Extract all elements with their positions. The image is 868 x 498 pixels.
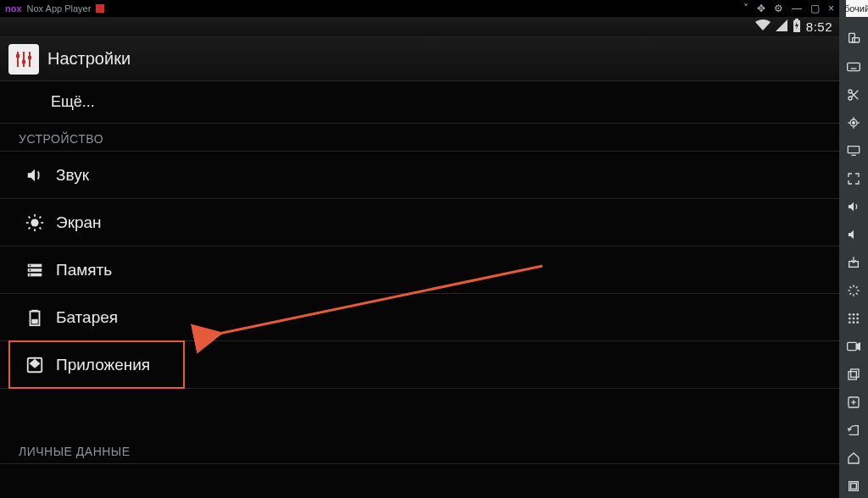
row-more[interactable]: Ещё...	[0, 81, 839, 124]
row-battery[interactable]: Батарея	[0, 294, 839, 341]
gear-icon[interactable]: ⚙	[774, 3, 783, 14]
svg-point-9	[31, 219, 38, 226]
svg-line-53	[856, 293, 858, 295]
svg-rect-31	[848, 63, 860, 70]
nox-window: nox Nox App Player ˅ ✥ ⚙ — ▢ × бочий	[0, 0, 868, 498]
svg-point-59	[849, 318, 851, 320]
svg-rect-6	[16, 54, 19, 58]
svg-point-23	[30, 274, 31, 275]
multi-instance-icon[interactable]	[845, 366, 862, 383]
svg-rect-0	[795, 19, 798, 20]
nox-side-toolbar: •••	[839, 0, 868, 498]
volume-up-icon[interactable]	[845, 198, 862, 215]
svg-rect-66	[849, 372, 856, 379]
minimize-icon[interactable]: —	[792, 3, 802, 14]
loading-icon[interactable]	[845, 282, 862, 299]
svg-rect-8	[28, 56, 31, 59]
location-icon[interactable]	[845, 114, 862, 131]
svg-line-17	[40, 216, 42, 218]
svg-line-16	[29, 227, 31, 229]
video-record-icon[interactable]	[845, 338, 862, 355]
row-display-label: Экран	[56, 213, 102, 232]
titlebar-controls: ˅ ✥ ⚙ — ▢ ×	[743, 3, 834, 14]
svg-rect-7	[22, 60, 25, 64]
back-icon[interactable]	[845, 422, 862, 439]
fullscreen-icon[interactable]	[845, 170, 862, 187]
row-sound-label: Звук	[56, 166, 89, 185]
alert-icon	[96, 4, 104, 13]
svg-point-57	[853, 313, 855, 316]
status-clock: 8:52	[806, 19, 832, 34]
svg-line-14	[29, 216, 31, 218]
svg-rect-30	[853, 38, 860, 42]
titlebar: nox Nox App Player ˅ ✥ ⚙ — ▢ ×	[0, 0, 839, 17]
recent-icon[interactable]	[845, 478, 862, 495]
speaker-icon	[20, 166, 49, 185]
main-pane: nox Nox App Player ˅ ✥ ⚙ — ▢ × бочий	[0, 0, 839, 498]
svg-point-61	[856, 318, 859, 320]
add-icon[interactable]	[845, 394, 862, 411]
row-display[interactable]: Экран	[0, 199, 839, 246]
maximize-icon[interactable]: ▢	[810, 3, 820, 14]
svg-point-21	[30, 264, 31, 266]
grid-icon[interactable]	[845, 310, 862, 327]
battery-icon-row	[20, 308, 49, 327]
row-storage-label: Память	[56, 261, 112, 279]
scissors-icon[interactable]	[845, 86, 862, 103]
svg-rect-65	[848, 342, 857, 350]
settings-header: Настройки	[0, 37, 839, 81]
svg-point-58	[856, 313, 859, 316]
row-sound[interactable]: Звук	[0, 152, 839, 199]
svg-point-40	[853, 122, 855, 125]
battery-icon	[793, 19, 801, 36]
settings-app-icon	[8, 44, 39, 75]
keyboard-icon[interactable]	[845, 58, 862, 75]
svg-point-62	[849, 321, 851, 324]
install-apk-icon[interactable]	[845, 254, 862, 271]
svg-line-55	[856, 286, 858, 288]
wifi-icon	[755, 19, 771, 35]
svg-line-54	[849, 293, 851, 295]
more-icon[interactable]: •••	[845, 5, 862, 18]
nox-logo: nox	[5, 3, 22, 14]
home-icon[interactable]	[845, 450, 862, 467]
svg-point-63	[853, 321, 855, 324]
pin-icon[interactable]: ✥	[757, 3, 765, 14]
svg-rect-26	[31, 318, 37, 324]
section-device: УСТРОЙСТВО	[0, 124, 839, 152]
rotate-icon[interactable]	[845, 30, 862, 47]
row-storage[interactable]: Память	[0, 246, 839, 294]
android-status-bar: 8:52	[0, 17, 839, 37]
svg-point-64	[856, 321, 859, 324]
row-battery-label: Батарея	[56, 308, 118, 327]
storage-icon	[20, 261, 49, 279]
svg-rect-72	[851, 484, 857, 490]
svg-point-56	[849, 313, 851, 316]
svg-rect-67	[851, 369, 859, 377]
apps-icon	[20, 356, 49, 374]
brightness-icon	[20, 213, 49, 232]
window-title: Nox App Player	[27, 3, 92, 14]
row-apps[interactable]: Приложения	[0, 341, 839, 389]
settings-list: Ещё... УСТРОЙСТВО Звук Экран Память	[0, 81, 839, 498]
volume-down-icon[interactable]	[845, 226, 862, 243]
svg-rect-45	[848, 147, 859, 153]
page-title: Настройки	[47, 49, 131, 69]
row-more-label: Ещё...	[51, 93, 95, 111]
svg-point-60	[853, 318, 855, 320]
chevron-down-icon[interactable]: ˅	[743, 3, 748, 14]
close-icon[interactable]: ×	[828, 3, 834, 14]
section-personal: ЛИЧНЫЕ ДАННЫЕ	[0, 436, 839, 464]
svg-line-15	[40, 227, 42, 229]
row-apps-label: Приложения	[56, 356, 150, 374]
my-computer-icon[interactable]	[845, 142, 862, 159]
signal-icon	[776, 19, 787, 35]
svg-line-52	[849, 286, 851, 288]
svg-point-22	[30, 269, 31, 271]
